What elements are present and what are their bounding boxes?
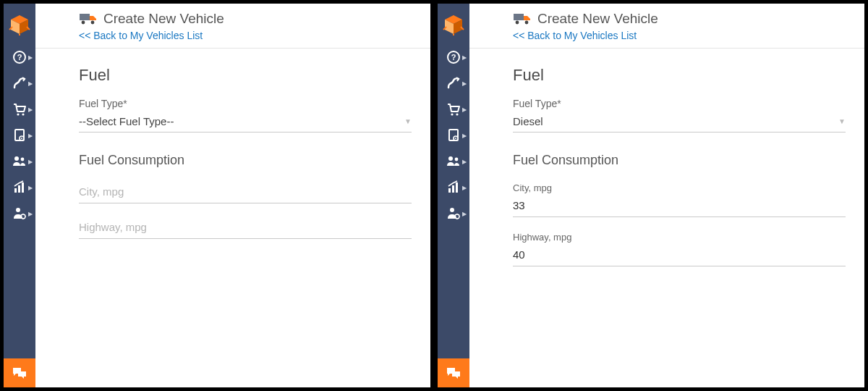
fuel-type-value: --Select Fuel Type-- bbox=[79, 115, 174, 127]
page-title-row: Create New Vehicle bbox=[513, 11, 864, 27]
chevron-right-icon: ▶ bbox=[462, 133, 467, 139]
consumption-heading: Fuel Consumption bbox=[513, 153, 846, 168]
svg-rect-31 bbox=[514, 14, 524, 20]
fuel-heading: Fuel bbox=[513, 66, 846, 85]
svg-rect-10 bbox=[18, 185, 20, 193]
svg-rect-28 bbox=[456, 182, 458, 193]
svg-point-6 bbox=[21, 138, 22, 139]
sidebar-item-user-settings[interactable]: ▶ bbox=[4, 201, 35, 227]
user-settings-icon bbox=[12, 206, 27, 222]
chat-button[interactable] bbox=[4, 358, 35, 387]
svg-text:?: ? bbox=[451, 53, 456, 62]
highway-mpg-input[interactable] bbox=[513, 248, 846, 261]
chevron-down-icon: ▼ bbox=[404, 117, 412, 125]
cart-icon bbox=[12, 101, 27, 117]
cart-icon bbox=[446, 101, 461, 117]
help-icon: ? bbox=[446, 49, 461, 65]
page-title: Create New Vehicle bbox=[103, 11, 224, 27]
svg-point-2 bbox=[17, 113, 19, 115]
chevron-down-icon: ▼ bbox=[838, 117, 846, 125]
svg-point-29 bbox=[450, 208, 454, 212]
chevron-right-icon: ▶ bbox=[462, 80, 467, 87]
chevron-right-icon: ▶ bbox=[28, 185, 33, 191]
page-title-row: Create New Vehicle bbox=[79, 11, 430, 27]
svg-rect-9 bbox=[14, 188, 17, 193]
app-logo[interactable] bbox=[4, 4, 35, 44]
back-link[interactable]: << Back to My Vehicles List bbox=[513, 30, 637, 41]
highway-mpg-input[interactable] bbox=[79, 221, 412, 233]
fuel-type-select[interactable]: Diesel ▼ bbox=[513, 112, 846, 133]
chevron-right-icon: ▶ bbox=[462, 211, 467, 217]
svg-point-32 bbox=[516, 21, 519, 25]
logo-icon bbox=[442, 12, 465, 35]
app-panel-left: ? ▶ ▶ ▶ ▶ bbox=[3, 3, 431, 388]
chevron-right-icon: ▶ bbox=[462, 159, 467, 165]
sidebar-item-routes[interactable]: ▶ bbox=[438, 70, 469, 96]
routes-icon bbox=[446, 75, 461, 91]
consumption-heading: Fuel Consumption bbox=[79, 153, 412, 168]
address-book-icon bbox=[446, 127, 461, 143]
svg-text:?: ? bbox=[17, 53, 22, 62]
analytics-icon bbox=[446, 180, 461, 196]
sidebar-item-orders[interactable]: ▶ bbox=[4, 96, 35, 122]
sidebar-item-addressbook[interactable]: ▶ bbox=[4, 122, 35, 148]
city-mpg-input[interactable] bbox=[513, 199, 846, 211]
chevron-right-icon: ▶ bbox=[462, 106, 467, 113]
back-link[interactable]: << Back to My Vehicles List bbox=[79, 30, 203, 41]
svg-point-12 bbox=[16, 208, 20, 212]
sidebar-item-analytics[interactable]: ▶ bbox=[4, 175, 35, 201]
chevron-right-icon: ▶ bbox=[28, 106, 33, 113]
svg-rect-11 bbox=[22, 182, 24, 193]
highway-label: Highway, mpg bbox=[513, 232, 846, 243]
truck-icon bbox=[513, 12, 532, 25]
address-book-icon bbox=[12, 127, 27, 143]
team-icon bbox=[12, 154, 27, 169]
svg-rect-26 bbox=[448, 188, 451, 193]
sidebar: ? ▶ ▶ ▶ ▶ ▶ ▶ bbox=[438, 4, 469, 387]
sidebar-item-team[interactable]: ▶ bbox=[438, 148, 469, 175]
logo-icon bbox=[8, 12, 31, 35]
sidebar-item-routes[interactable]: ▶ bbox=[4, 70, 35, 96]
svg-point-33 bbox=[525, 21, 529, 25]
svg-point-19 bbox=[451, 113, 453, 115]
sidebar-item-addressbook[interactable]: ▶ bbox=[438, 122, 469, 148]
chat-icon bbox=[446, 365, 461, 381]
sidebar-item-help[interactable]: ? ▶ bbox=[438, 44, 469, 70]
svg-rect-14 bbox=[80, 14, 90, 20]
app-panel-right: ? ▶ ▶ ▶ ▶ ▶ ▶ bbox=[437, 3, 865, 388]
fuel-type-select[interactable]: --Select Fuel Type-- ▼ bbox=[79, 112, 412, 133]
fuel-type-value: Diesel bbox=[513, 115, 543, 127]
chevron-right-icon: ▶ bbox=[28, 211, 33, 217]
fuel-heading: Fuel bbox=[79, 66, 412, 85]
sidebar: ? ▶ ▶ ▶ ▶ bbox=[4, 4, 35, 387]
page-title: Create New Vehicle bbox=[537, 11, 658, 27]
svg-point-3 bbox=[22, 113, 24, 115]
chat-button[interactable] bbox=[438, 358, 469, 387]
sidebar-item-team[interactable]: ▶ bbox=[4, 148, 35, 175]
routes-icon bbox=[12, 75, 27, 91]
city-label: City, mpg bbox=[513, 182, 846, 193]
sidebar-item-help[interactable]: ? ▶ bbox=[4, 44, 35, 70]
app-logo[interactable] bbox=[438, 4, 469, 44]
chevron-right-icon: ▶ bbox=[462, 185, 467, 191]
chevron-right-icon: ▶ bbox=[462, 54, 467, 61]
fuel-type-label: Fuel Type* bbox=[513, 98, 846, 109]
truck-icon bbox=[79, 12, 98, 25]
sidebar-item-analytics[interactable]: ▶ bbox=[438, 175, 469, 201]
main-content: Create New Vehicle << Back to My Vehicle… bbox=[35, 4, 430, 387]
svg-point-23 bbox=[455, 138, 456, 139]
svg-point-16 bbox=[91, 21, 95, 25]
sidebar-item-orders[interactable]: ▶ bbox=[438, 96, 469, 122]
svg-point-15 bbox=[82, 21, 85, 25]
chat-icon bbox=[12, 365, 27, 381]
city-mpg-input[interactable] bbox=[79, 185, 412, 198]
chevron-right-icon: ▶ bbox=[28, 133, 33, 139]
user-settings-icon bbox=[446, 206, 461, 222]
sidebar-item-user-settings[interactable]: ▶ bbox=[438, 201, 469, 227]
svg-point-20 bbox=[456, 113, 458, 115]
svg-point-25 bbox=[455, 158, 459, 161]
help-icon: ? bbox=[12, 49, 27, 65]
analytics-icon bbox=[12, 180, 27, 196]
svg-point-24 bbox=[448, 156, 453, 161]
svg-point-7 bbox=[14, 156, 19, 161]
